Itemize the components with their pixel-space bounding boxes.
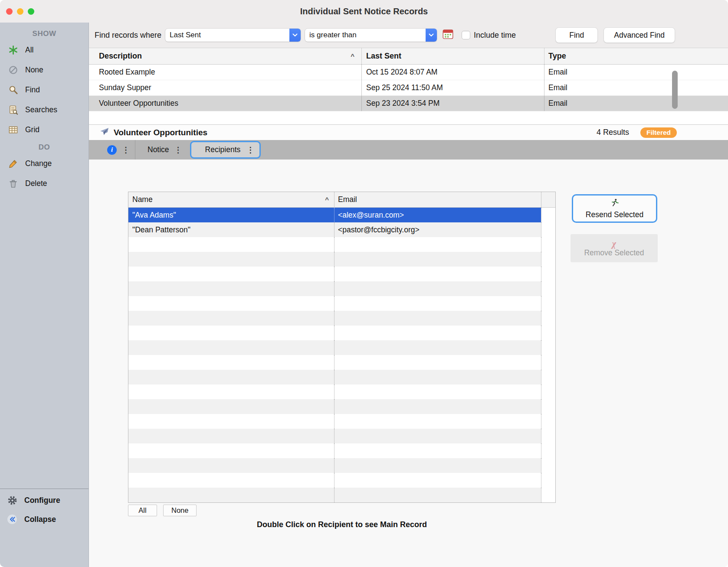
recipient-name [128,355,334,370]
records-scrollbar-thumb[interactable] [672,71,678,109]
recipient-row-empty [128,296,555,311]
select-all-button[interactable]: All [128,505,157,516]
chevron-down-icon [289,29,301,42]
column-header-last-sent[interactable]: Last Sent [361,48,544,64]
row-gutter [541,414,555,429]
recipient-row-empty [128,399,555,414]
recipients-table: Name ^ Email "Ava Adams"<alex@suran.com>… [128,192,556,503]
grid-icon [7,124,19,135]
sidebar-item-label: Searches [25,105,57,114]
info-icon[interactable]: i [107,145,117,155]
resend-selected-button[interactable]: Resend Selected [572,194,657,223]
sidebar-item-label: Collapse [24,515,56,524]
column-header-type[interactable]: Type [544,48,728,64]
recipient-row-empty [128,370,555,385]
record-row[interactable]: Volunteer OpportunitiesSep 23 2024 3:54 … [89,96,728,111]
recipient-row-empty [128,252,555,267]
record-row[interactable]: Sunday SupperSep 25 2024 11:50 AMEmail [89,80,728,96]
main-area: Find records where Last Sent is greater … [89,23,728,567]
recipient-email [334,385,541,399]
chevron-down-icon [426,29,437,42]
sidebar-item-change[interactable]: Change [0,153,89,173]
recipient-name [128,296,334,311]
sidebar-item-none[interactable]: None [0,60,89,80]
header-gutter [541,192,555,207]
sort-ascending-icon: ^ [351,52,354,60]
recipient-row-empty [128,443,555,458]
pencil-icon [7,158,19,169]
record-type: Email [544,96,728,111]
sidebar-item-grid[interactable]: Grid [0,120,89,140]
recipient-row-empty [128,488,555,502]
calendar-icon [442,28,454,42]
filtered-badge: Filtered [640,127,677,138]
recipient-row-empty [128,326,555,340]
recipient-name [128,326,334,340]
record-row[interactable]: Rooted ExampleOct 15 2024 8:07 AMEmail [89,65,728,80]
vertical-ellipsis-icon: ⋮ [174,145,182,155]
runner-icon [610,198,620,210]
row-gutter [541,488,555,502]
column-header-description[interactable]: Description ^ [89,48,361,64]
records-table: Description ^ Last Sent Type Rooted Exam… [89,48,728,124]
recipient-email [334,370,541,385]
recipient-name [128,252,334,267]
recipient-email [334,267,541,281]
select-none-button[interactable]: None [163,505,197,516]
close-button[interactable] [6,8,13,15]
tab-recipients[interactable]: Recipients ⋮ [190,141,261,159]
recipient-name [128,340,334,355]
row-gutter [541,370,555,385]
sidebar-item-label: None [25,65,43,75]
recipient-row-empty [128,458,555,473]
field-dropdown[interactable]: Last Sent [165,29,301,42]
recipient-row-empty [128,414,555,429]
record-last-sent: Sep 25 2024 11:50 AM [361,80,544,95]
include-time-checkbox[interactable] [462,31,470,39]
results-count: 4 Results [597,128,629,137]
remove-selected-label: Remove Selected [584,248,644,257]
record-type: Email [544,65,728,80]
recipient-row[interactable]: "Ava Adams"<alex@suran.com> [128,208,555,222]
recipient-email [334,311,541,326]
operator-dropdown-value: is greater than [305,31,426,39]
tab-notice[interactable]: Notice [148,145,169,154]
sidebar-item-find[interactable]: Find [0,80,89,100]
sidebar-section-do: DO [0,143,89,152]
field-dropdown-value: Last Sent [165,31,289,39]
record-description: Rooted Example [89,65,361,80]
sort-ascending-icon: ^ [325,196,329,203]
collapse-icon [7,514,18,525]
advanced-find-button[interactable]: Advanced Find [603,27,675,43]
sidebar-item-delete[interactable]: Delete [0,173,89,193]
recipient-name [128,267,334,281]
row-gutter [541,267,555,281]
vertical-ellipsis-icon: ⋮ [246,145,254,155]
row-gutter [541,355,555,370]
sidebar-item-configure[interactable]: Configure [0,491,89,510]
operator-dropdown[interactable]: is greater than [305,29,437,42]
remove-selected-button[interactable]: χ Remove Selected [571,234,658,262]
detail-title: Volunteer Opportunities [114,128,207,137]
find-button[interactable]: Find [555,27,598,43]
recipient-email [334,355,541,370]
zoom-button[interactable] [28,8,34,15]
recipient-email [334,473,541,488]
recipient-name [128,281,334,296]
calendar-picker-button[interactable] [442,28,454,42]
sidebar-item-label: All [25,46,33,55]
sidebar-item-all[interactable]: All [0,40,89,60]
recipient-row-empty [128,311,555,326]
column-header-name[interactable]: Name ^ [128,192,334,207]
records-table-header: Description ^ Last Sent Type [89,48,728,65]
minimize-button[interactable] [17,8,23,15]
sidebar-item-searches[interactable]: Searches [0,100,89,120]
column-header-email[interactable]: Email [334,192,541,207]
record-description: Sunday Supper [89,80,361,95]
tab-separator [135,140,135,160]
records-table-body: Rooted ExampleOct 15 2024 8:07 AMEmailSu… [89,65,728,111]
row-gutter [541,237,555,252]
sidebar: SHOW All None Find [0,23,89,567]
sidebar-item-collapse[interactable]: Collapse [0,510,89,529]
recipient-row[interactable]: "Dean Patterson"<pastor@fccbigcity.org> [128,222,555,237]
